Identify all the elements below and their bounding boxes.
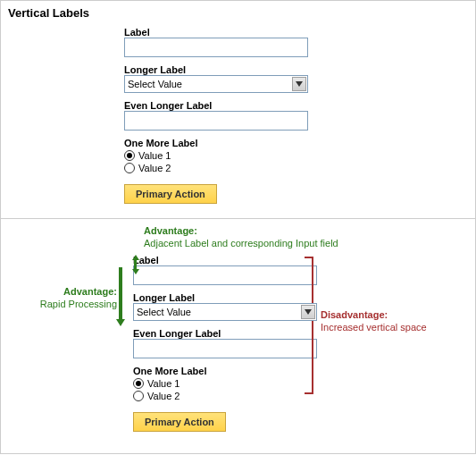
input-3b[interactable] bbox=[133, 339, 317, 358]
arrow-down-left-icon bbox=[116, 319, 125, 326]
radio-option-1[interactable]: Value 1 bbox=[124, 150, 312, 161]
annotation-disadvantage: Disadvantage: Increased vertical space bbox=[321, 308, 427, 334]
advantage-title: Advantage: bbox=[144, 225, 197, 236]
advantage-title-2: Advantage: bbox=[63, 286, 117, 297]
chevron-down-icon bbox=[292, 77, 306, 91]
input-3[interactable] bbox=[124, 111, 308, 131]
select-text: Select Value bbox=[128, 79, 182, 89]
arrow-line-left-icon bbox=[119, 267, 122, 319]
arrow-down-icon bbox=[132, 269, 139, 274]
select-text-b: Select Value bbox=[137, 307, 191, 317]
radio-label-2b: Value 2 bbox=[147, 391, 180, 401]
disadvantage-title: Disadvantage: bbox=[321, 309, 388, 320]
radio-label-1b: Value 1 bbox=[147, 378, 180, 389]
label-4: One More Label bbox=[124, 138, 312, 148]
disadvantage-text: Increased vertical space bbox=[321, 322, 427, 333]
label-2: Longer Label bbox=[124, 64, 312, 75]
bracket-icon bbox=[305, 257, 313, 394]
select-value[interactable]: Select Value bbox=[124, 75, 308, 93]
annotation-advantage-left: Advantage: Rapid Processing bbox=[28, 285, 117, 311]
advantage-text: Adjacent Label and corresponding Input f… bbox=[144, 238, 338, 249]
page-title: Vertical Labels bbox=[8, 6, 468, 20]
chevron-down-icon bbox=[301, 305, 315, 319]
section-annotated: Advantage: Adjacent Label and correspond… bbox=[1, 219, 475, 453]
advantage-text-2: Rapid Processing bbox=[40, 299, 117, 309]
annotation-advantage-top: Advantage: Adjacent Label and correspond… bbox=[144, 224, 338, 250]
input-1[interactable] bbox=[124, 38, 308, 57]
section-plain: Vertical Labels Label Longer Label Selec… bbox=[1, 1, 475, 219]
radio-option-1b[interactable]: Value 1 bbox=[133, 378, 321, 389]
select-value-b[interactable]: Select Value bbox=[133, 303, 317, 321]
primary-action-button[interactable]: Primary Action bbox=[124, 184, 217, 204]
label-1: Label bbox=[124, 27, 312, 38]
radio-icon bbox=[124, 163, 135, 173]
container: Vertical Labels Label Longer Label Selec… bbox=[0, 0, 476, 454]
arrow-line-icon bbox=[134, 260, 137, 269]
form-block-2: Label Longer Label Select Value Even Lon… bbox=[133, 255, 321, 432]
radio-icon bbox=[124, 150, 135, 161]
label-3: Even Longer Label bbox=[124, 100, 312, 111]
radio-option-2b[interactable]: Value 2 bbox=[133, 391, 321, 401]
radio-icon bbox=[133, 391, 144, 401]
label-4b: One More Label bbox=[133, 366, 321, 376]
radio-option-2[interactable]: Value 2 bbox=[124, 163, 312, 173]
label-2b: Longer Label bbox=[133, 292, 321, 303]
label-3b: Even Longer Label bbox=[133, 328, 321, 339]
primary-action-button-b[interactable]: Primary Action bbox=[133, 412, 226, 432]
radio-label-2: Value 2 bbox=[138, 163, 171, 173]
radio-icon bbox=[133, 378, 144, 389]
label-1b: Label bbox=[133, 255, 321, 265]
radio-label-1: Value 1 bbox=[138, 150, 171, 161]
input-1b[interactable] bbox=[133, 265, 317, 285]
form-block-1: Label Longer Label Select Value Even Lon… bbox=[124, 27, 312, 204]
